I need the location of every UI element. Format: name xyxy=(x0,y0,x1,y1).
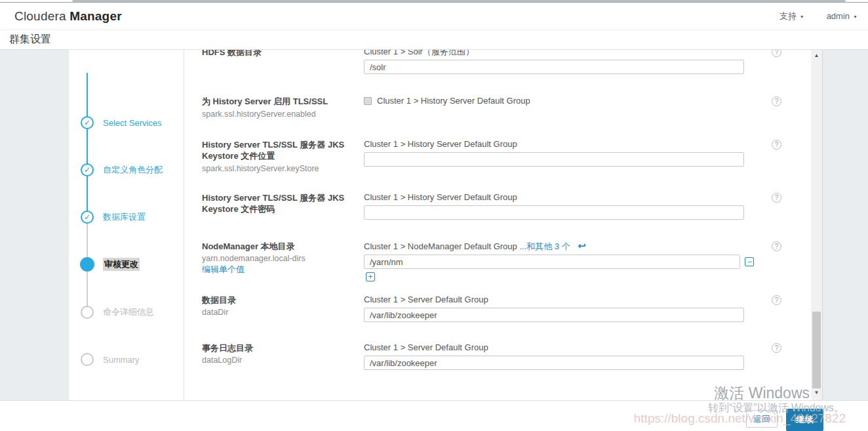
brand-regular: Cloudera xyxy=(14,9,66,23)
app-header: Cloudera Manager 支持 ▼ admin ▼ xyxy=(0,3,868,30)
config-property-name: yarn.nodemanager.local-dirs xyxy=(202,253,365,264)
support-menu[interactable]: 支持 ▼ xyxy=(779,10,804,22)
config-label: 事务日志目录 xyxy=(202,342,365,354)
scope-label: Cluster 1 > History Server Default Group xyxy=(364,192,757,203)
wizard-step-database-setup[interactable]: ✓ 数据库设置 xyxy=(69,209,184,225)
page-title-bar: 群集设置 xyxy=(0,30,868,50)
config-label: NodeManager 本地目录 xyxy=(202,241,365,252)
scope-label: Cluster 1 > Server Default Group xyxy=(364,295,757,305)
keystore-location-input[interactable] xyxy=(364,152,744,167)
tls-enable-checkbox[interactable] xyxy=(364,97,372,105)
config-form: HDFS 数据目录 Cluster 1 > Solr（服务范围） ? 为 His… xyxy=(184,50,811,400)
left-gutter xyxy=(0,50,69,400)
wizard-steps-panel: ✓ Select Services ✓ 自定义角色分配 ✓ 数据库设置 审核更改… xyxy=(69,50,184,400)
step-label: 审核更改 xyxy=(103,258,140,271)
step-current-icon xyxy=(80,257,94,272)
scope-label: Cluster 1 > Server Default Group xyxy=(364,342,757,353)
scope-label: Cluster 1 > Solr（服务范围） xyxy=(364,50,757,57)
wizard-step-review-changes[interactable]: 审核更改 xyxy=(69,257,184,272)
step-label: 命令详细信息 xyxy=(103,306,154,318)
user-menu[interactable]: admin ▼ xyxy=(827,11,858,21)
data-dir-input[interactable] xyxy=(364,308,744,322)
config-property-name: spark.ssl.historyServer.keyStore xyxy=(202,163,365,174)
page-title: 群集设置 xyxy=(9,33,51,47)
config-property-name: dataLogDir xyxy=(202,355,365,365)
config-label: 数据目录 xyxy=(202,295,365,306)
wizard-connector-done xyxy=(87,73,88,215)
wizard-step-custom-role-assignments[interactable]: ✓ 自定义角色分配 xyxy=(69,162,184,178)
wizard-step-command-details[interactable]: 命令详细信息 xyxy=(69,304,184,320)
step-check-icon: ✓ xyxy=(81,116,94,129)
content-area: ✓ Select Services ✓ 自定义角色分配 ✓ 数据库设置 审核更改… xyxy=(0,50,868,400)
help-icon[interactable]: ? xyxy=(772,140,781,150)
step-label: Summary xyxy=(103,355,140,365)
add-value-button[interactable]: + xyxy=(366,272,375,281)
config-label: History Server TLS/SSL 服务器 JKS Keystore … xyxy=(202,192,365,215)
scroll-up-icon[interactable]: ▲ xyxy=(811,51,822,60)
support-label: 支持 xyxy=(779,10,797,22)
step-label: 自定义角色分配 xyxy=(103,164,163,176)
and-others-link[interactable]: ...和其他 3 个 xyxy=(519,241,570,251)
help-icon[interactable]: ? xyxy=(772,343,781,353)
hdfs-data-dir-input[interactable] xyxy=(364,60,744,74)
remove-value-button[interactable]: − xyxy=(745,257,754,266)
back-button[interactable]: 返回 xyxy=(746,410,778,428)
nodemanager-local-dirs-input[interactable] xyxy=(364,255,740,269)
config-label: HDFS 数据目录 xyxy=(202,50,365,58)
scope-label: Cluster 1 > NodeManager Default Group xyxy=(364,241,517,251)
brand-bold: Manager xyxy=(69,9,122,23)
step-todo-icon xyxy=(81,353,94,366)
vertical-scrollbar[interactable]: ▲ ▼ xyxy=(811,50,822,400)
config-property-name: dataDir xyxy=(202,307,365,318)
user-label: admin xyxy=(827,11,850,21)
help-icon[interactable]: ? xyxy=(772,193,781,203)
scroll-down-icon[interactable]: ▼ xyxy=(811,388,822,398)
step-label: 数据库设置 xyxy=(103,211,146,223)
step-todo-icon xyxy=(81,306,94,319)
config-label: 为 History Server 启用 TLS/SSL xyxy=(202,96,365,107)
step-check-icon: ✓ xyxy=(81,163,94,176)
continue-button[interactable]: 继续 xyxy=(786,409,823,431)
undo-icon[interactable]: ↩ xyxy=(578,240,586,251)
brand-logo[interactable]: Cloudera Manager xyxy=(14,9,122,24)
scrollbar-thumb[interactable] xyxy=(812,312,821,388)
header-menu: 支持 ▼ admin ▼ xyxy=(779,10,859,22)
step-label: Select Services xyxy=(103,118,162,128)
help-icon[interactable]: ? xyxy=(772,96,781,106)
chevron-down-icon: ▼ xyxy=(800,14,804,19)
step-check-icon: ✓ xyxy=(81,211,94,224)
data-log-dir-input[interactable] xyxy=(364,356,744,370)
keystore-password-input[interactable] xyxy=(364,205,744,220)
edit-individual-values-link[interactable]: 编辑单个值 xyxy=(202,264,245,276)
scope-label: Cluster 1 > History Server Default Group xyxy=(364,139,757,150)
chevron-down-icon: ▼ xyxy=(853,14,858,19)
help-icon[interactable]: ? xyxy=(772,241,781,251)
wizard-footer: 返回 继续 xyxy=(0,400,868,431)
right-gutter xyxy=(822,50,868,400)
config-label: History Server TLS/SSL 服务器 JKS Keystore … xyxy=(202,139,365,161)
scope-label: Cluster 1 > History Server Default Group xyxy=(377,96,530,106)
help-icon[interactable]: ? xyxy=(772,50,781,57)
help-icon[interactable]: ? xyxy=(772,295,781,305)
wizard-step-summary[interactable]: Summary xyxy=(69,352,184,367)
config-property-name: spark.ssl.historyServer.enabled xyxy=(202,109,365,119)
wizard-step-select-services[interactable]: ✓ Select Services xyxy=(69,115,184,131)
cloudera-manager-app: Cloudera Manager 支持 ▼ admin ▼ 群集设置 ✓ Sel… xyxy=(0,0,868,431)
